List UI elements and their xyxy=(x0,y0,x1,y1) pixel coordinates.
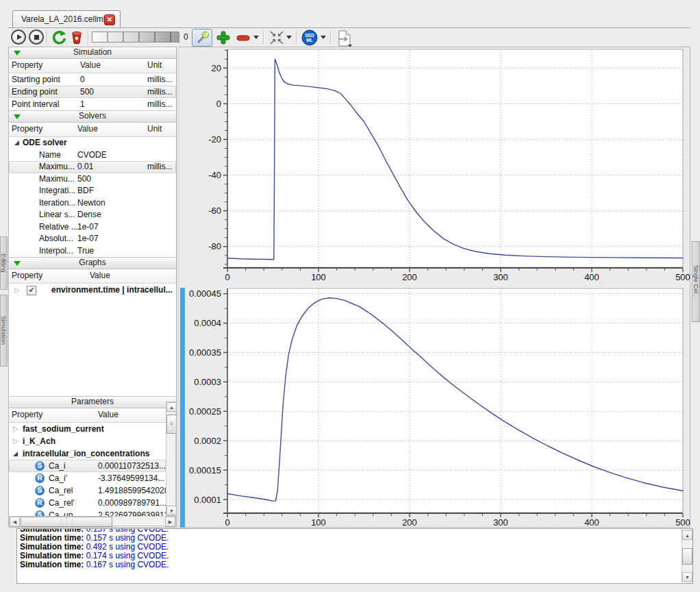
graphs-section-header[interactable]: Graphs xyxy=(9,257,176,269)
property-row-name[interactable]: NameCVODE xyxy=(9,149,176,162)
property-value[interactable]: 0 xyxy=(80,73,85,86)
graph-row-environment-time-intracellul[interactable]: ▷✔environment.time | intracellul... xyxy=(9,284,176,297)
parameters-section-header[interactable]: Parameters xyxy=(9,396,176,408)
svg-text:0.00035: 0.00035 xyxy=(189,347,221,358)
parameter-row-ca-i[interactable]: RCa_i'-3.37649599134... xyxy=(9,472,166,484)
hscrollbar-thumb[interactable]: ⋮⋮⋮ xyxy=(21,517,112,527)
property-row-integrati[interactable]: Integrati...BDF xyxy=(9,185,176,197)
property-value[interactable]: 500 xyxy=(77,173,91,186)
property-value[interactable]: 1e-07 xyxy=(77,233,99,245)
property-value[interactable]: 500 xyxy=(80,86,94,98)
property-row-ode-solver[interactable]: ODE solver xyxy=(9,137,176,149)
property-name: Relative ... xyxy=(39,221,78,234)
plot-canvas[interactable]: 0100200300400500200-20-40-60-80 xyxy=(179,47,690,288)
tree-collapsed-icon[interactable]: ▷ xyxy=(13,423,18,435)
property-row-ending-point[interactable]: Ending point500millis... xyxy=(9,86,176,98)
view-tab-single-cell-label: Single Cel... xyxy=(692,265,699,299)
vscrollbar-thumb[interactable] xyxy=(682,548,692,565)
simulation-section-header[interactable]: Simulation xyxy=(9,47,176,59)
stop-button[interactable] xyxy=(29,29,45,46)
collapse-arrow-icon[interactable] xyxy=(14,261,21,266)
log-vscrollbar[interactable]: ▲ ▼ xyxy=(682,529,692,583)
property-row-starting-point[interactable]: Starting point0millis... xyxy=(9,73,176,86)
svg-text:-80: -80 xyxy=(208,241,221,251)
delay-value: 0 xyxy=(184,32,188,42)
property-row-point-interval[interactable]: Point interval1millis... xyxy=(9,98,176,110)
view-tab-single-cell[interactable]: Single Cel... xyxy=(692,241,700,322)
property-row-interpol[interactable]: Interpol...True xyxy=(9,245,176,258)
mode-tab-editing[interactable]: Editing xyxy=(0,236,8,290)
solvers-section-header[interactable]: Solvers xyxy=(9,110,176,123)
svg-text:100: 100 xyxy=(311,517,326,528)
file-tab[interactable]: Varela_LA_2016.cellml* ✕ xyxy=(12,10,121,28)
collapse-arrow-icon[interactable] xyxy=(14,114,21,119)
remove-graph-panel-dropdown-icon[interactable] xyxy=(253,36,259,39)
svg-text:0.0004: 0.0004 xyxy=(194,318,221,328)
run-button[interactable] xyxy=(11,29,27,46)
interaction-mode-button[interactable] xyxy=(268,29,285,46)
property-row-maximu[interactable]: Maximu...500 xyxy=(9,173,176,186)
property-name: Integrati... xyxy=(39,185,75,197)
property-row-linear-s[interactable]: Linear s...Dense xyxy=(9,209,176,221)
tree-collapsed-icon[interactable]: ▷ xyxy=(13,435,18,447)
section-title: Parameters xyxy=(71,397,114,406)
property-value[interactable]: CVODE xyxy=(77,149,107,162)
parameter-row-i-k-ach[interactable]: ▷i_K_Ach xyxy=(9,435,166,447)
tree-expanded-icon[interactable] xyxy=(13,452,18,456)
property-row-relative[interactable]: Relative ...1e-07 xyxy=(9,221,176,234)
graph-checkbox[interactable]: ✔ xyxy=(27,286,36,295)
parameter-row-ca-rel[interactable]: SCa_rel1.49188599542028 xyxy=(9,484,166,497)
property-row-maximu[interactable]: Maximu...0.01millis... xyxy=(9,161,176,173)
property-value[interactable]: 0.01 xyxy=(77,161,93,173)
property-row-iteration[interactable]: Iteration...Newton xyxy=(9,197,176,210)
property-value[interactable]: 1e-07 xyxy=(77,221,99,234)
section-title: Solvers xyxy=(79,111,106,121)
graph-panel-top[interactable]: 0100200300400500200-20-40-60-80 xyxy=(179,47,690,288)
svg-text:-20: -20 xyxy=(208,134,221,145)
property-value[interactable]: 1 xyxy=(80,98,85,110)
svg-text:0.00025: 0.00025 xyxy=(189,406,221,417)
graph-panel-bottom[interactable]: 01002003004005000.000450.00040.000350.00… xyxy=(179,288,690,528)
tree-collapsed-icon[interactable]: ▷ xyxy=(14,284,20,297)
scroll-left-icon[interactable]: ◀ xyxy=(10,517,20,527)
column-header-value: Value xyxy=(98,408,118,421)
scroll-down-icon[interactable]: ▼ xyxy=(682,572,692,582)
parameters-hscrollbar[interactable]: ◀ ⋮⋮⋮ ▶ xyxy=(9,516,176,526)
scroll-down-icon[interactable]: ▼ xyxy=(166,506,177,515)
mode-tab-simulation[interactable]: Simulation xyxy=(0,295,8,367)
interaction-mode-dropdown-icon[interactable] xyxy=(286,36,292,39)
column-header-property: Property xyxy=(12,59,42,72)
parameter-row-ca-rel[interactable]: RCa_rel'0.000989789791... xyxy=(9,497,166,509)
plot-canvas[interactable]: 01002003004005000.000450.00040.000350.00… xyxy=(179,288,690,528)
parameter-row-intracellular-ion-concentrations[interactable]: intracellular_ion_concentrations xyxy=(9,447,166,460)
data-export-button[interactable] xyxy=(336,29,352,46)
add-graph-panel-button[interactable] xyxy=(215,29,232,46)
sedml-export-button[interactable]: SED ML xyxy=(301,29,318,46)
property-name: Ending point xyxy=(12,86,58,98)
sedml-dropdown-icon[interactable] xyxy=(321,36,326,39)
cellml-wand-button[interactable] xyxy=(192,29,212,47)
tree-expanded-icon[interactable] xyxy=(14,140,19,145)
property-value[interactable]: True xyxy=(77,245,94,258)
scroll-up-icon[interactable]: ▲ xyxy=(166,402,177,412)
property-value[interactable]: Newton xyxy=(77,197,105,210)
collapse-arrow-icon[interactable] xyxy=(14,51,21,56)
clear-simulation-data-button[interactable] xyxy=(70,29,86,46)
parameter-row-ca-i[interactable]: SCa_i0.000110732513... xyxy=(9,460,166,472)
property-value[interactable]: Dense xyxy=(77,209,101,221)
column-header-value: Value xyxy=(90,269,110,282)
parameter-row-fast-sodium-current[interactable]: ▷fast_sodium_current xyxy=(9,423,166,435)
vscrollbar-thumb[interactable]: ≡ xyxy=(166,415,177,434)
reset-model-parameters-button[interactable] xyxy=(51,29,67,46)
property-value[interactable]: BDF xyxy=(77,185,94,197)
remove-graph-panel-button[interactable] xyxy=(236,29,251,46)
property-name: Iteration... xyxy=(39,197,75,210)
scroll-right-icon[interactable]: ▶ xyxy=(165,517,175,527)
svg-text:200: 200 xyxy=(402,272,417,282)
parameters-vscrollbar[interactable]: ▲ ≡ ▼ xyxy=(166,402,176,516)
close-tab-icon[interactable]: ✕ xyxy=(104,14,115,25)
scroll-up-icon[interactable]: ▲ xyxy=(682,530,692,540)
graph-name: environment.time | intracellul... xyxy=(51,284,173,297)
property-row-absolut[interactable]: Absolut...1e-07 xyxy=(9,233,176,245)
simulation-delay-wheel[interactable] xyxy=(92,32,179,42)
